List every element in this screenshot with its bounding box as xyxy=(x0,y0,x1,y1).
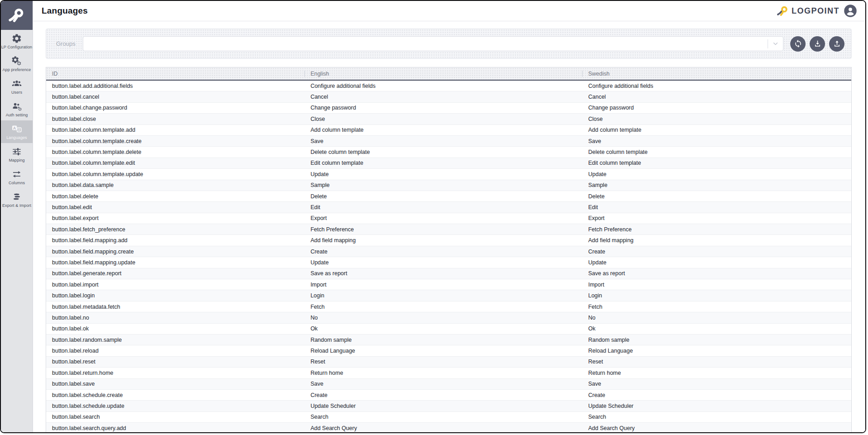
cell-swedish: Search xyxy=(582,414,851,420)
cell-id: button.label.field.mapping.add xyxy=(46,237,304,244)
main-content: Groups ID English Swedish button. xyxy=(33,21,865,432)
cell-swedish: Login xyxy=(582,292,851,299)
toolbar-buttons xyxy=(790,36,844,52)
table-row[interactable]: button.label.schedule.create Create Crea… xyxy=(46,390,851,401)
table-row[interactable]: button.label.return.home Return home Ret… xyxy=(46,368,851,378)
table-row[interactable]: button.label.column.template.update Upda… xyxy=(46,169,851,180)
cell-swedish: Save as report xyxy=(582,270,851,277)
table-row[interactable]: button.label.delete Delete Delete xyxy=(46,191,851,202)
cell-id: button.label.edit xyxy=(46,204,304,210)
table-row[interactable]: button.label.column.template.add Add col… xyxy=(46,125,851,136)
cell-id: button.label.fetch_preference xyxy=(46,226,304,233)
table-row[interactable]: button.label.search Search Search xyxy=(46,412,851,423)
cell-swedish: Return home xyxy=(582,370,851,376)
sidebar-item-auth-setting[interactable]: Auth setting xyxy=(1,98,33,120)
sidebar-item-languages[interactable]: A文 Languages xyxy=(1,120,33,143)
cell-id: button.label.field.mapping.create xyxy=(46,249,304,255)
table-row[interactable]: button.label.metadata.fetch Fetch Fetch xyxy=(46,301,851,312)
header-right: LOGPOINT xyxy=(777,4,857,18)
cell-swedish: Update xyxy=(582,171,851,177)
cell-english: Sample xyxy=(304,182,582,188)
table-row[interactable]: button.label.generate.report Save as rep… xyxy=(46,268,851,279)
cell-english: Reset xyxy=(304,359,582,365)
table-row[interactable]: button.label.reset Reset Reset xyxy=(46,357,851,368)
upload-button[interactable] xyxy=(829,36,844,52)
app-window: LP Configuration App preference Users Au… xyxy=(0,0,866,433)
sidebar-item-export-import[interactable]: Export & Import xyxy=(1,188,33,211)
table-row[interactable]: button.label.edit Edit Edit xyxy=(46,202,851,213)
table-row[interactable]: button.label.data.sample Sample Sample xyxy=(46,180,851,191)
table-row[interactable]: button.label.column.template.delete Dele… xyxy=(46,147,851,158)
cell-english: Create xyxy=(304,249,582,255)
cell-english: Configure additional fields xyxy=(304,83,582,89)
table-row[interactable]: button.label.random.sample Random sample… xyxy=(46,335,851,345)
cell-id: button.label.column.template.edit xyxy=(46,160,304,166)
cell-english: Create xyxy=(304,392,582,398)
column-header-id: ID xyxy=(46,67,304,80)
table-row[interactable]: button.label.export Export Export xyxy=(46,213,851,224)
cell-id: button.label.save xyxy=(46,381,304,387)
cell-english: Edit xyxy=(304,204,582,210)
users-icon xyxy=(11,78,22,89)
cell-swedish: Delete xyxy=(582,193,851,200)
cell-english: No xyxy=(304,315,582,321)
cell-id: button.label.login xyxy=(46,292,304,299)
cell-swedish: Configure additional fields xyxy=(582,83,851,89)
sidebar-item-users[interactable]: Users xyxy=(1,75,33,98)
users-gear-icon xyxy=(11,101,22,112)
table-row[interactable]: button.label.cancel Cancel Cancel xyxy=(46,91,851,102)
table-row[interactable]: button.label.change.password Change pass… xyxy=(46,103,851,114)
sidebar-item-app-preference[interactable]: App preference xyxy=(1,53,33,75)
table-row[interactable]: button.label.import Import Import xyxy=(46,279,851,290)
table-row[interactable]: button.label.column.template.edit Edit c… xyxy=(46,158,851,169)
cell-swedish: Random sample xyxy=(582,337,851,343)
cell-swedish: Create xyxy=(582,392,851,398)
cell-swedish: Save xyxy=(582,138,851,144)
cell-id: button.label.field.mapping.update xyxy=(46,259,304,266)
table-row[interactable]: button.label.ok Ok Ok xyxy=(46,324,851,335)
cell-english: Import xyxy=(304,282,582,288)
sidebar-item-mapping[interactable]: Mapping xyxy=(1,143,33,166)
cell-english: Save as report xyxy=(304,270,582,277)
table-row[interactable]: button.label.add.additional.fields Confi… xyxy=(46,81,851,91)
cell-english: Add Search Query xyxy=(304,425,582,431)
table-row[interactable]: button.label.column.template.create Save… xyxy=(46,136,851,147)
table-row[interactable]: button.label.field.mapping.add Add field… xyxy=(46,235,851,246)
translate-icon: A文 xyxy=(11,124,22,134)
table-row[interactable]: button.label.close Close Close xyxy=(46,114,851,124)
swap-arrows-icon xyxy=(11,169,22,180)
sidebar-item-lp-configuration[interactable]: LP Configuration xyxy=(1,30,33,53)
cell-id: button.label.reset xyxy=(46,359,304,365)
table-row[interactable]: button.label.search.query.add Add Search… xyxy=(46,423,851,433)
table-row[interactable]: button.label.save Save Save xyxy=(46,379,851,390)
cell-swedish: Save xyxy=(582,381,851,387)
download-button[interactable] xyxy=(810,36,825,52)
table-row[interactable]: button.label.fetch_preference Fetch Pref… xyxy=(46,224,851,235)
groups-select[interactable] xyxy=(83,36,783,51)
table-row[interactable]: button.label.field.mapping.create Create… xyxy=(46,246,851,257)
table-row[interactable]: button.label.schedule.update Update Sche… xyxy=(46,401,851,411)
cell-swedish: Delete column template xyxy=(582,149,851,155)
table-row[interactable]: button.label.login Login Login xyxy=(46,290,851,301)
groups-panel: Groups xyxy=(46,29,852,59)
table-row[interactable]: button.label.no No No xyxy=(46,312,851,323)
cell-id: button.label.no xyxy=(46,315,304,321)
cell-id: button.label.column.template.create xyxy=(46,138,304,144)
cell-id: button.label.search.query.add xyxy=(46,425,304,431)
logpoint-mark-icon xyxy=(8,7,26,24)
cell-id: button.label.return.home xyxy=(46,370,304,376)
refresh-button[interactable] xyxy=(790,36,806,52)
sidebar-item-columns[interactable]: Columns xyxy=(1,166,33,188)
user-avatar-button[interactable] xyxy=(844,4,857,18)
cell-english: Fetch xyxy=(304,304,582,310)
cell-id: button.label.import xyxy=(46,282,304,288)
cell-swedish: Edit xyxy=(582,204,851,210)
sidebar-logo[interactable] xyxy=(1,1,33,30)
table-row[interactable]: button.label.reload Reload Language Relo… xyxy=(46,345,851,356)
cell-id: button.label.export xyxy=(46,215,304,221)
cell-id: button.label.delete xyxy=(46,193,304,200)
cell-id: button.label.data.sample xyxy=(46,182,304,188)
cell-swedish: Close xyxy=(582,116,851,122)
table-row[interactable]: button.label.field.mapping.update Update… xyxy=(46,257,851,268)
cell-id: button.label.metadata.fetch xyxy=(46,304,304,310)
